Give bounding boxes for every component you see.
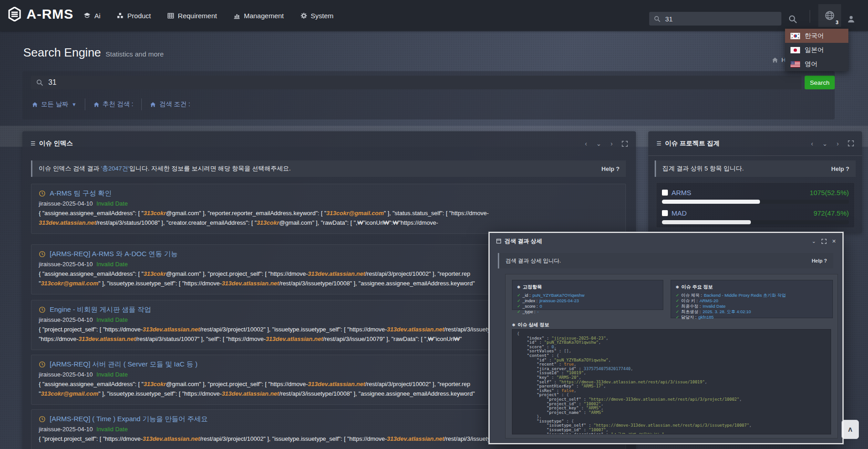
expand-icon[interactable] <box>848 140 854 146</box>
chevron-down-icon[interactable]: ⌄ <box>822 140 828 147</box>
minimize-icon[interactable]: ⌄ <box>812 239 816 244</box>
field-key: 최종수정 <box>681 304 701 309</box>
issue-index-header: ☰ 이슈 인덱스 ‹ ⌄ › <box>22 131 636 156</box>
filter-label: 모든 날짜 <box>41 100 68 108</box>
agg-row-mad: MAD 972(47.5%) <box>662 208 849 218</box>
page-title: Search Engine <box>23 46 101 60</box>
expand-icon[interactable] <box>622 141 628 147</box>
result-title-link[interactable]: [ARMS-REQ] ( Time ) Expand 기능을 만들어 주세요 <box>50 415 208 423</box>
project-count: 972(47.5%) <box>813 209 849 217</box>
result-index: jiraissue-2025-04-10 <box>39 316 93 323</box>
issue-index-notice: 이슈 인덱스 검색 결과 '총2047건'입니다. 자세한 정보를 보시려면 해… <box>31 160 626 177</box>
navbar-search-box <box>649 12 781 26</box>
chevron-down-icon[interactable]: ⌄ <box>596 140 602 147</box>
chevron-left-icon[interactable]: ‹ <box>585 140 587 147</box>
chevron-left-icon[interactable]: ‹ <box>811 140 813 147</box>
filter-all-dates[interactable]: 모든 날짜 ▼ <box>32 100 85 108</box>
project-name-link[interactable]: MAD <box>672 209 687 217</box>
window-icon <box>496 238 501 244</box>
scroll-to-top-button[interactable]: ʌ <box>842 420 859 439</box>
project-count: 1075(52.5%) <box>810 189 849 196</box>
result-index: jiraissue-2025-04-10 <box>39 200 93 207</box>
home-icon <box>32 102 38 108</box>
search-button[interactable]: Search <box>805 76 835 89</box>
graduation-cap-icon <box>83 12 91 19</box>
chevron-right-icon[interactable]: › <box>610 140 613 147</box>
issue-key-info-panel: ✱ 이슈 주요 정보 ✓이슈 제목Backend - Middle Proxy … <box>671 280 833 318</box>
main-search-input[interactable] <box>47 78 796 87</box>
result-title-link[interactable]: A-RMS 팀 구성 확인 <box>50 189 112 198</box>
maximize-icon[interactable] <box>822 239 827 244</box>
field-value: jiraissue-2025-04-23 <box>539 298 579 304</box>
checkbox[interactable] <box>662 190 668 196</box>
bullet-icon: ✱ <box>676 285 679 289</box>
result-json-line: 313dev.atlassian.net/rest/api/3/status/1… <box>39 218 618 227</box>
project-agg-notice: 집계 결과 상위 5 항목 입니다. Help ? <box>655 160 856 177</box>
menu-item-system[interactable]: System <box>300 12 334 20</box>
list-icon: ☰ <box>31 140 36 147</box>
korea-flag-icon <box>790 33 800 39</box>
list-icon: ☰ <box>656 140 661 147</box>
globe-icon <box>825 10 835 21</box>
field-value: 0 <box>540 304 542 309</box>
navbar-search-input[interactable] <box>664 15 777 23</box>
filter-search-condition[interactable]: 검색 조건 : <box>142 100 198 108</box>
chevron-right-icon[interactable]: › <box>837 140 839 147</box>
menu-item-product[interactable]: Product <box>117 12 151 20</box>
language-option-japanese[interactable]: 일본어 <box>785 43 848 57</box>
home-icon <box>150 102 156 108</box>
menu-label: Product <box>127 12 151 20</box>
bullet-icon: ✱ <box>512 323 516 327</box>
search-icon <box>36 79 43 86</box>
project-agg-header: ☰ 이슈 프로젝트 집계 ‹ ⌄ › <box>648 131 862 156</box>
language-count-badge: 3 <box>836 20 838 25</box>
result-index: jiraissue-2025-04-10 <box>39 261 93 268</box>
result-item-1[interactable]: A-RMS 팀 구성 확인 jiraissue-2025-04-10Invali… <box>31 184 626 234</box>
menu-item-ai[interactable]: Ai <box>83 12 100 20</box>
field-value: 2025. 3. 28. 오후 4:02:10 <box>703 309 751 315</box>
progress-fill <box>662 200 760 204</box>
invalid-date-badge: Invalid Date <box>97 261 128 268</box>
menu-item-management[interactable]: Management <box>233 12 284 20</box>
japan-flag-icon <box>790 47 800 53</box>
navbar-divider <box>810 10 810 23</box>
issue-detail-json: { "index" : "jiraissue-2025-04-23", "id"… <box>512 329 831 434</box>
clock-icon <box>39 190 46 197</box>
panel-title: ☰ 이슈 인덱스 <box>31 139 73 148</box>
checkbox[interactable] <box>662 210 668 216</box>
language-option-english[interactable]: 영어 <box>785 57 848 71</box>
result-title-link[interactable]: Engine - 비회원 게시판 샘플 작업 <box>50 305 151 314</box>
project-agg-list: ARMS 1075(52.5%) MAD 972(47.5%) <box>656 182 855 228</box>
issue-detail-title-text: 이슈 상세 정보 <box>518 322 549 328</box>
field-row: ✓최종수정Invalid Date <box>676 304 828 309</box>
user-menu-button[interactable] <box>843 11 859 27</box>
invalid-date-badge: Invalid Date <box>97 426 128 433</box>
language-globe-button[interactable]: 3 <box>818 4 841 27</box>
search-submit-icon[interactable] <box>788 15 797 24</box>
help-button[interactable]: Help ? <box>831 165 849 172</box>
language-option-korean[interactable]: 한국어 <box>785 29 848 43</box>
clock-icon <box>39 251 46 258</box>
result-title-link[interactable]: [ARMS-REQ] A-RMS 와 A-DOC 연동 기능 <box>50 250 178 258</box>
field-value: ARMS-20 <box>699 298 718 304</box>
field-value: gkfn185 <box>698 315 714 320</box>
app-logo[interactable]: A-RMS <box>7 6 73 22</box>
check-icon: ✓ <box>517 298 521 304</box>
modal-titlebar[interactable]: 검색 결과 상세 ⌄ ✕ <box>490 233 842 249</box>
progress-fill <box>662 220 751 224</box>
modal-content: ✱ 고정항목 ✓_idpuN_YZYBaKa7OYiqwshw ✓_indexj… <box>505 274 838 439</box>
check-icon: ✓ <box>676 293 679 298</box>
project-name-link[interactable]: ARMS <box>672 189 691 196</box>
field-row: ✓_indexjiraissue-2025-04-23 <box>517 298 658 304</box>
close-icon[interactable]: ✕ <box>832 239 836 244</box>
issue-detail-title: ✱ 이슈 상세 정보 <box>512 322 549 328</box>
field-row: ✓_type- <box>517 309 658 315</box>
brand-name: A-RMS <box>26 6 73 22</box>
help-button[interactable]: Help ? <box>601 165 620 172</box>
filter-recommended-search[interactable]: 추천 검색 : <box>85 100 142 108</box>
help-button[interactable]: Help ? <box>811 258 827 263</box>
total-count-link[interactable]: '총2047건' <box>101 165 129 172</box>
result-title-link[interactable]: [ARMS-REQ] 서버 관리 ( Server 모듈 및 IaC 등 ) <box>50 360 197 369</box>
menu-label: Management <box>244 12 284 20</box>
menu-item-requirement[interactable]: Requirement <box>167 12 217 20</box>
